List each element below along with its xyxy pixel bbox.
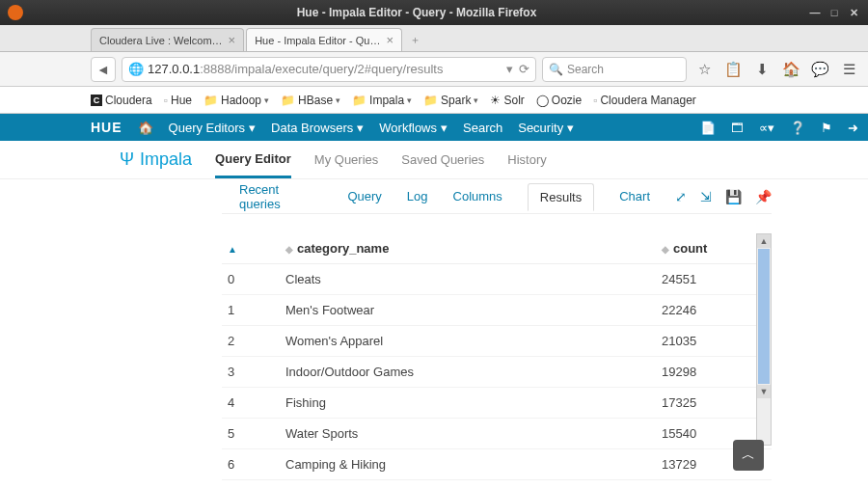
logout-icon[interactable]: ➜ <box>848 121 858 135</box>
oozie-icon: ◯ <box>536 94 549 107</box>
nav-search[interactable]: Search <box>463 121 502 135</box>
hue-logo[interactable]: HUE <box>91 120 122 135</box>
col-index[interactable]: ▲ <box>222 233 280 264</box>
close-tab-icon[interactable]: × <box>229 33 236 47</box>
export-icon[interactable]: ⇲ <box>700 189 712 204</box>
cell-index: 4 <box>222 388 280 419</box>
hue-navbar: HUE 🏠 Query Editors ▾ Data Browsers ▾ Wo… <box>0 114 868 141</box>
window-titlebar: Hue - Impala Editor - Query - Mozilla Fi… <box>0 0 868 25</box>
scroll-to-top-button[interactable]: ︿ <box>733 440 764 471</box>
clipboard-icon[interactable]: 📋 <box>721 58 745 81</box>
sort-asc-icon: ▲ <box>228 244 237 255</box>
scroll-thumb[interactable] <box>758 249 770 384</box>
vertical-scrollbar[interactable]: ▲ ▼ <box>756 233 772 446</box>
window-title: Hue - Impala Editor - Query - Mozilla Fi… <box>31 6 802 19</box>
col-count[interactable]: ◆count <box>656 233 772 264</box>
cell-category: Indoor/Outdoor Games <box>280 357 656 388</box>
chevron-down-icon: ▾ <box>264 95 269 105</box>
qtab-columns[interactable]: Columns <box>453 189 502 203</box>
cell-count: 19298 <box>656 357 772 388</box>
tab-query-editor[interactable]: Query Editor <box>215 142 291 178</box>
jobs-icon[interactable]: 🗔 <box>731 121 744 135</box>
new-tab-button[interactable]: ＋ <box>404 28 427 51</box>
pin-icon[interactable]: 📌 <box>755 189 772 204</box>
qtab-results[interactable]: Results <box>528 183 594 211</box>
tab-my-queries[interactable]: My Queries <box>314 143 378 176</box>
scroll-down-icon[interactable]: ▼ <box>757 385 771 398</box>
expand-icon[interactable]: ⤢ <box>675 189 687 204</box>
nav-security[interactable]: Security ▾ <box>518 121 574 135</box>
results-table: ▲ ◆category_name ◆count 0Cleats245511Men… <box>222 233 772 488</box>
tab-hue-impala[interactable]: Hue - Impala Editor - Qu… × <box>246 28 402 51</box>
home-icon[interactable]: 🏠 <box>779 58 802 81</box>
close-tab-icon[interactable]: × <box>386 33 393 47</box>
tab-saved-queries[interactable]: Saved Queries <box>401 143 484 176</box>
file-icon[interactable]: 📄 <box>700 121 716 135</box>
nav-query-editors[interactable]: Query Editors ▾ <box>169 121 256 135</box>
chevron-down-icon: ▾ <box>474 95 478 105</box>
cell-index: 1 <box>222 295 280 326</box>
scroll-up-icon[interactable]: ▲ <box>757 234 771 248</box>
bookmark-hue[interactable]: ▫Hue <box>164 94 192 107</box>
cell-category: Women's Apparel <box>280 326 656 357</box>
search-box[interactable]: 🔍 Search <box>542 57 687 82</box>
downloads-icon[interactable]: ⬇ <box>750 58 773 81</box>
chevron-down-icon: ▾ <box>567 121 574 135</box>
url-toolbar: ◄ 🌐 127.0.0.1:8888/impala/execute/query/… <box>0 52 868 87</box>
tab-label: Hue - Impala Editor - Qu… <box>255 35 380 46</box>
folder-icon: 📁 <box>352 94 366 107</box>
address-bar[interactable]: 🌐 127.0.0.1:8888/impala/execute/query/2#… <box>122 57 536 82</box>
bookmark-cloudera-manager[interactable]: ▫Cloudera Manager <box>593 94 696 107</box>
search-placeholder: Search <box>567 63 604 76</box>
cell-index: 6 <box>222 449 280 480</box>
table-row: 5Water Sports15540 <box>222 419 772 449</box>
qtab-recent[interactable]: Recent queries <box>239 182 322 211</box>
table-row: 0Cleats24551 <box>222 264 772 295</box>
tab-label: Cloudera Live : Welcom… <box>99 35 223 46</box>
chat-icon[interactable]: 💬 <box>808 58 831 81</box>
folder-icon: 📁 <box>203 94 218 107</box>
flag-icon[interactable]: ⚑ <box>821 121 832 135</box>
maximize-button[interactable]: □ <box>827 6 841 19</box>
folder-icon: 📁 <box>281 94 295 107</box>
search-icon: 🔍 <box>549 63 563 76</box>
impala-icon: Ψ <box>120 149 134 170</box>
menu-icon[interactable]: ☰ <box>837 58 860 81</box>
qtab-chart[interactable]: Chart <box>619 189 650 203</box>
cell-category: Men's Footwear <box>280 295 656 326</box>
col-category-name[interactable]: ◆category_name <box>280 233 656 264</box>
qtab-log[interactable]: Log <box>407 189 428 203</box>
bookmark-impala[interactable]: 📁Impala▾ <box>352 94 412 107</box>
tab-history[interactable]: History <box>507 143 546 176</box>
save-icon[interactable]: 💾 <box>725 189 742 204</box>
close-window-button[interactable]: ✕ <box>847 6 860 19</box>
bookmark-solr[interactable]: ☀Solr <box>490 94 524 107</box>
result-action-icons: ⤢ ⇲ 💾 📌 <box>675 189 772 204</box>
tab-cloudera-live[interactable]: Cloudera Live : Welcom… × <box>91 28 244 51</box>
minimize-button[interactable]: — <box>808 6 822 19</box>
solr-icon: ☀ <box>490 94 501 107</box>
table-row: 7Cardio Equipment12487 <box>222 480 772 489</box>
url-host: 127.0.0.1 <box>148 62 200 76</box>
bookmark-spark[interactable]: 📁Spark▾ <box>423 94 478 107</box>
reload-icon[interactable]: ⟳ <box>519 62 529 76</box>
nav-workflows[interactable]: Workflows ▾ <box>379 121 448 135</box>
home-icon[interactable]: 🏠 <box>138 121 153 135</box>
cell-category: Cardio Equipment <box>280 480 656 489</box>
sub-header: ΨImpala Query Editor My Queries Saved Qu… <box>0 141 868 179</box>
cell-category: Cleats <box>280 264 656 295</box>
bookmark-cloudera[interactable]: CCloudera <box>91 94 152 107</box>
help-icon[interactable]: ❔ <box>790 121 805 135</box>
dropdown-icon[interactable]: ▾ <box>506 62 513 76</box>
bookmark-hadoop[interactable]: 📁Hadoop▾ <box>203 94 269 107</box>
bookmark-star-icon[interactable]: ☆ <box>692 58 716 81</box>
chevron-down-icon: ▾ <box>441 121 448 135</box>
qtab-query[interactable]: Query <box>347 189 381 203</box>
cell-index: 7 <box>222 480 280 489</box>
share-icon[interactable]: ∝▾ <box>759 121 774 135</box>
back-button[interactable]: ◄ <box>91 57 116 82</box>
nav-data-browsers[interactable]: Data Browsers ▾ <box>271 121 364 135</box>
bookmark-oozie[interactable]: ◯Oozie <box>536 94 582 107</box>
bookmark-hbase[interactable]: 📁HBase▾ <box>281 94 340 107</box>
bookmark-bar: CCloudera ▫Hue 📁Hadoop▾ 📁HBase▾ 📁Impala▾… <box>0 87 868 114</box>
